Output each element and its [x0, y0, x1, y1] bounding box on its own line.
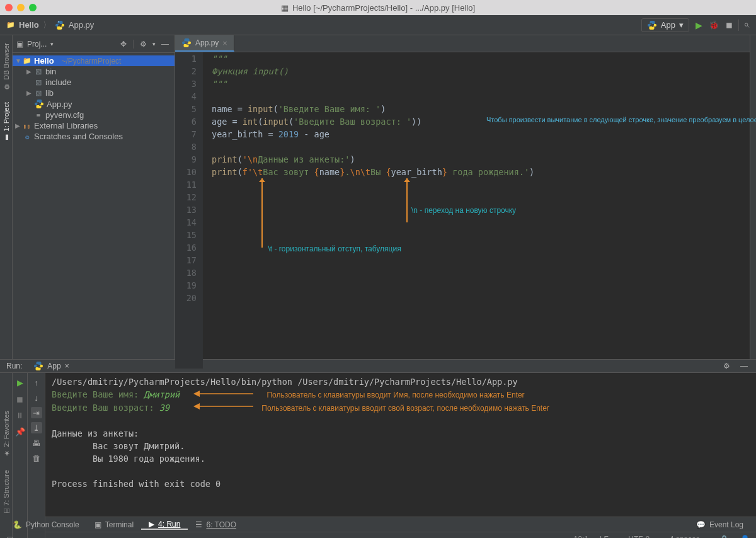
maximize-window-button[interactable]: [29, 4, 37, 11]
print-button[interactable]: 🖶: [31, 437, 42, 449]
tree-root[interactable]: ▼📁Hello ~/PycharmProject: [13, 55, 175, 66]
favorites-tab[interactable]: ★ 2: Favorites: [2, 411, 10, 457]
panel-title: Proj...: [27, 40, 47, 49]
run-tool-window: Run: App× ⚙ — ★ 2: Favorites ⌸ 7: Struct…: [0, 359, 756, 517]
breadcrumb-file[interactable]: App.py: [69, 20, 94, 30]
project-tree: ▼📁Hello ~/PycharmProject ▶▧bin ▧include …: [13, 53, 175, 144]
minimize-window-button[interactable]: [17, 4, 25, 11]
close-window-button[interactable]: [5, 4, 13, 11]
left-tool-rail: ⚙DB Browser ▮1: Project: [0, 35, 13, 359]
tree-folder-bin[interactable]: ▶▧bin: [13, 66, 175, 77]
settings-icon[interactable]: ⚙: [137, 38, 149, 50]
structure-tab[interactable]: ⌸ 7: Structure: [3, 470, 10, 513]
project-tool-window: ▣ Proj...▾ ✥ ⚙▾ — ▼📁Hello ~/PycharmProje…: [13, 35, 175, 359]
tree-external-libs[interactable]: ▶⫾⫾External Libraries: [13, 120, 175, 131]
project-tool-tab[interactable]: ▮1: Project: [2, 102, 10, 142]
scroll-end-button[interactable]: ⤓: [31, 422, 42, 433]
pause-button[interactable]: ⏸: [14, 409, 26, 421]
soft-wrap-button[interactable]: ⇥: [31, 407, 42, 418]
editor-tab-app[interactable]: App.py×: [175, 35, 234, 52]
pin-button[interactable]: 📌: [14, 426, 26, 437]
run-tab-app[interactable]: App×: [28, 360, 74, 372]
select-opened-file-icon[interactable]: ✥: [118, 38, 129, 50]
tree-folder-include[interactable]: ▧include: [13, 77, 175, 88]
close-run-tab-icon[interactable]: ×: [65, 362, 69, 370]
run-label: Run:: [6, 362, 22, 370]
down-button[interactable]: ↓: [31, 392, 42, 403]
svg-point-2: [745, 23, 748, 26]
chevron-down-icon: ▾: [679, 20, 684, 30]
up-button[interactable]: ↑: [31, 377, 42, 388]
run-output[interactable]: /Users/dmitriy/PycharmProjects/Hello/bin…: [45, 373, 756, 538]
close-tab-icon[interactable]: ×: [222, 38, 227, 48]
tree-folder-lib[interactable]: ▶▧lib: [13, 88, 175, 98]
navigation-bar: 📁 Hello〉 App.py App ▾ ▶ 🐞 ◼: [0, 15, 756, 35]
pycharm-app-icon: ▦: [281, 3, 289, 13]
clear-all-button[interactable]: 🗑: [31, 452, 42, 464]
run-config-selector[interactable]: App ▾: [641, 18, 689, 32]
svg-point-1: [60, 28, 61, 28]
hide-panel-button[interactable]: —: [159, 38, 171, 50]
window-titlebar: ▦Hello [~/PycharmProjects/Hello] - .../A…: [0, 0, 756, 15]
window-title: Hello [~/PycharmProjects/Hello] - .../Ap…: [292, 3, 475, 13]
status-hint: ▢: [6, 535, 13, 539]
code-editor[interactable]: 1234567891011121314151617181920 """Функц…: [175, 52, 750, 369]
annotation-int: Чтобы произвести вычитание в следующей с…: [486, 115, 701, 124]
svg-line-3: [748, 26, 749, 27]
python-file-icon: [55, 20, 65, 30]
svg-point-0: [58, 21, 59, 22]
editor-area: App.py× 1234567891011121314151617181920 …: [175, 35, 750, 359]
panel-icon: ▣: [16, 40, 23, 49]
stop-process-button[interactable]: ◼: [14, 393, 26, 404]
rerun-button[interactable]: ▶: [14, 377, 26, 388]
tree-scratches[interactable]: ⌾Scratches and Consoles: [13, 131, 175, 142]
tree-file-cfg[interactable]: ≡pyvenv.cfg: [13, 110, 175, 120]
debug-button[interactable]: 🐞: [708, 20, 719, 31]
stop-button[interactable]: ◼: [723, 20, 735, 31]
tree-file-app[interactable]: App.py: [13, 98, 175, 110]
breadcrumb-project[interactable]: Hello: [19, 20, 39, 30]
db-browser-tab[interactable]: ⚙DB Browser: [2, 43, 10, 91]
folder-icon: 📁: [6, 21, 15, 30]
search-everywhere-button[interactable]: [738, 20, 750, 31]
run-button[interactable]: ▶: [693, 20, 704, 31]
